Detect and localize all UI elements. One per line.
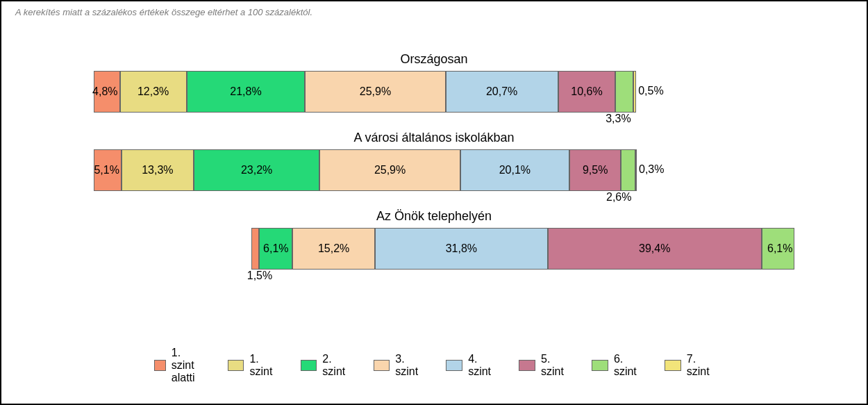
segment-label: 39,4% xyxy=(639,242,670,255)
bar-segment: 6,1% xyxy=(762,228,795,270)
bar-segment: 20,1% xyxy=(460,149,569,191)
rounding-note: A kerekítés miatt a százalékos értékek ö… xyxy=(15,7,853,17)
legend-label-1: 1. szint alatti xyxy=(172,347,204,384)
swatch-4 xyxy=(374,360,390,371)
bar-segment: 23,2% xyxy=(194,149,319,191)
bar-segment xyxy=(635,149,637,191)
bar-row-0: 4,8%12,3%21,8%25,9%20,7%10,6%0,5%3,3% xyxy=(94,71,774,113)
swatch-3 xyxy=(301,360,317,371)
row-group-1: A városi általános iskolákban 5,1%13,3%2… xyxy=(94,131,774,191)
legend-item-1: 1. szint alatti xyxy=(154,347,204,384)
bar-segment: 15,2% xyxy=(292,228,375,270)
swatch-7 xyxy=(592,360,608,371)
legend-label-2: 1. szint xyxy=(249,353,276,378)
bar-segment: 13,3% xyxy=(122,149,194,191)
bar-segment: 6,1% xyxy=(259,228,292,270)
bar-segment: 31,8% xyxy=(375,228,548,270)
segment-label: 9,5% xyxy=(583,164,608,176)
legend-item-7: 6. szint xyxy=(592,353,641,378)
legend: 1. szint alatti 1. szint 2. szint 3. szi… xyxy=(154,347,714,384)
legend-label-5: 4. szint xyxy=(468,353,495,378)
chart-container: A kerekítés miatt a százalékos értékek ö… xyxy=(0,0,868,405)
legend-item-2: 1. szint xyxy=(228,353,277,378)
swatch-5 xyxy=(446,360,462,371)
segment-label: 6,1% xyxy=(767,242,794,255)
bar-segment xyxy=(251,228,260,270)
segment-label: 23,2% xyxy=(241,164,272,176)
bar-segment xyxy=(621,149,635,191)
bar-segment: 25,9% xyxy=(305,71,446,113)
bar-segment: 4,8% xyxy=(94,71,120,113)
row-group-0: Országosan 4,8%12,3%21,8%25,9%20,7%10,6%… xyxy=(94,52,774,113)
legend-item-5: 4. szint xyxy=(446,353,495,378)
legend-label-3: 2. szint xyxy=(322,353,349,378)
legend-label-8: 7. szint xyxy=(687,353,714,378)
swatch-2 xyxy=(228,360,244,371)
segment-label: 5,1% xyxy=(94,164,120,176)
legend-item-3: 2. szint xyxy=(301,353,350,378)
segment-label: 25,9% xyxy=(360,85,391,98)
segment-label-overflow: 3,3% xyxy=(606,113,631,126)
bar-segment: 10,6% xyxy=(558,71,616,113)
segment-label: 6,1% xyxy=(263,242,288,255)
segment-label: 21,8% xyxy=(230,85,261,98)
legend-label-6: 5. szint xyxy=(541,353,568,378)
segment-label: 20,1% xyxy=(499,164,531,176)
segment-label-overflow: 0,5% xyxy=(638,85,663,99)
row-title-2: Az Önök telephelyén xyxy=(94,209,774,224)
segment-label-overflow: 0,3% xyxy=(639,163,664,177)
segment-label: 13,3% xyxy=(142,164,173,176)
legend-item-4: 3. szint xyxy=(374,353,423,378)
chart-area: Országosan 4,8%12,3%21,8%25,9%20,7%10,6%… xyxy=(94,52,774,270)
bar-segment: 9,5% xyxy=(569,149,621,191)
segment-label: 12,3% xyxy=(137,85,169,98)
bar-segment: 12,3% xyxy=(120,71,187,113)
segment-label-below: 1,5% xyxy=(247,270,272,282)
bar-segment: 39,4% xyxy=(548,228,762,270)
segment-label: 15,2% xyxy=(318,242,349,255)
swatch-8 xyxy=(665,360,681,371)
segment-label: 31,8% xyxy=(446,242,477,255)
legend-item-6: 5. szint xyxy=(519,353,568,378)
bar-row-2: 6,1%15,2%31,8%39,4%6,1%1,5% xyxy=(94,228,774,270)
row-title-1: A városi általános iskolákban xyxy=(94,131,774,145)
segment-label: 10,6% xyxy=(571,85,602,98)
legend-label-4: 3. szint xyxy=(395,353,422,378)
bar-segment: 20,7% xyxy=(446,71,558,113)
swatch-1 xyxy=(154,360,166,371)
row-title-0: Országosan xyxy=(94,52,774,67)
swatch-6 xyxy=(519,360,535,371)
segment-label-overflow: 2,6% xyxy=(606,191,631,205)
row-group-2: Az Önök telephelyén 6,1%15,2%31,8%39,4%6… xyxy=(94,209,774,270)
bar-segment: 5,1% xyxy=(94,149,122,191)
bar-segment xyxy=(633,71,636,113)
bar-segment xyxy=(615,71,633,113)
bar-segment: 21,8% xyxy=(187,71,305,113)
bar-segment: 25,9% xyxy=(319,149,460,191)
segment-label: 20,7% xyxy=(486,85,517,98)
legend-item-8: 7. szint xyxy=(665,353,714,378)
legend-label-7: 6. szint xyxy=(614,353,641,378)
bar-row-1: 5,1%13,3%23,2%25,9%20,1%9,5%0,3%2,6% xyxy=(94,149,774,191)
segment-label: 4,8% xyxy=(92,85,119,98)
segment-label: 25,9% xyxy=(374,164,406,176)
